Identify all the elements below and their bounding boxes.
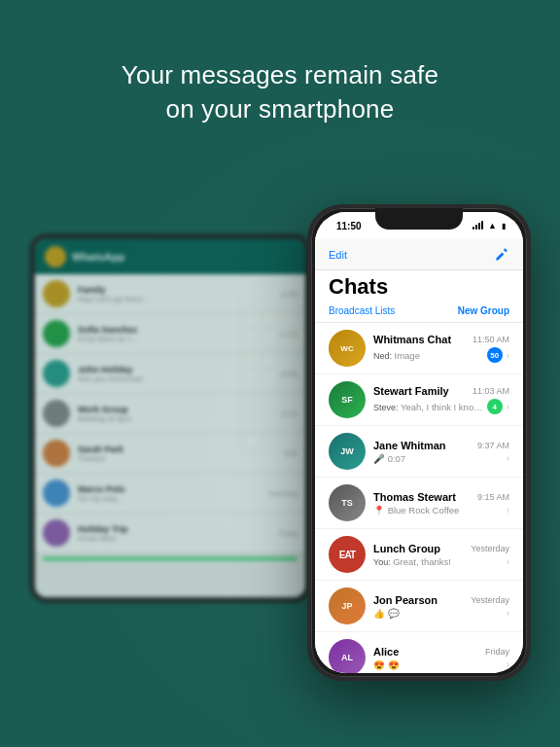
chat-time-pearson: Yesterday <box>471 595 509 605</box>
chat-list: WC Whitmans Chat 11:50 AM Ned: Image 50 … <box>315 323 523 673</box>
avatar-lunch: EAT <box>329 536 366 573</box>
chat-content-lunch: Lunch Group Yesterday You: Great, thanks… <box>373 543 509 567</box>
avatar-jane: JW <box>329 433 366 470</box>
tablet-row-3: Work Group Meeting at 3pm 10:12 <box>35 394 305 434</box>
chevron-alice: › <box>507 659 509 670</box>
chat-preview-stewart-family: Steve: Yeah, I think I know what you m..… <box>373 402 487 412</box>
status-icons: ▲ ▮ <box>472 221 506 231</box>
tablet-avatar-5 <box>43 480 70 507</box>
status-time: 11:50 <box>336 221 362 231</box>
chevron-stewart-family: › <box>507 402 509 412</box>
tablet-device: WhatsApp Family Hey! Let's go there... 1… <box>29 233 311 603</box>
phone-device: 11:50 ▲ ▮ Edit Chats Broadcast <box>307 204 531 681</box>
chats-nav: Edit <box>315 239 523 270</box>
tablet-avatar-6 <box>43 519 70 547</box>
compose-icon[interactable] <box>494 247 509 263</box>
chat-content-thomas: Thomas Stewart 9:15 AM 📍 Blue Rock Coffe… <box>373 491 509 516</box>
broadcast-lists-button[interactable]: Broadcast Lists <box>329 305 395 316</box>
tablet-row-0: Family Hey! Let's go there... 11:50 <box>35 274 305 314</box>
avatar-thomas: TS <box>329 484 366 521</box>
chat-content-whitmans: Whitmans Chat 11:50 AM Ned: Image 50 › <box>373 334 509 363</box>
phone-screen: 11:50 ▲ ▮ Edit Chats Broadcast <box>315 212 523 673</box>
chat-preview-thomas: 📍 Blue Rock Coffee <box>373 505 507 516</box>
tablet-row-4: Sarah Park Thanks! 9:30 <box>35 434 305 474</box>
chat-name-stewart-family: Stewart Family <box>373 385 449 397</box>
chat-item-jane[interactable]: JW Jane Whitman 9:37 AM 🎤 0:07 › <box>315 426 523 478</box>
chat-content-jane: Jane Whitman 9:37 AM 🎤 0:07 › <box>373 440 509 464</box>
avatar-pearson: JP <box>329 587 366 624</box>
tablet-row-2: John Holiday See you tomorrow! 10:45 <box>35 354 305 394</box>
chat-name-whitmans: Whitmans Chat <box>373 334 451 345</box>
headline-line2: on your smartphone <box>0 92 560 126</box>
chat-name-lunch: Lunch Group <box>373 543 440 554</box>
tablet-row-1: Sofia Sanchez I'll be there at 7... 11:2… <box>35 314 305 354</box>
tablet-avatar-3 <box>43 400 70 427</box>
tablet-avatar-2 <box>43 360 70 387</box>
chevron-whitmans: › <box>507 350 509 361</box>
headline-line1: Your messages remain safe <box>0 58 560 92</box>
chat-preview-alice: 😍 😍 <box>373 659 507 670</box>
headline: Your messages remain safe on your smartp… <box>0 58 560 126</box>
chat-time-thomas: 9:15 AM <box>477 492 509 502</box>
new-group-button[interactable]: New Group <box>458 305 509 316</box>
tablet-row-6: Holiday Trip Great idea! Friday <box>35 514 305 553</box>
chat-time-jane: 9:37 AM <box>477 441 509 450</box>
edit-button[interactable]: Edit <box>329 249 347 261</box>
chat-preview-pearson: 👍 💬 <box>373 608 507 619</box>
chevron-jane: › <box>507 453 509 464</box>
chat-item-alice[interactable]: AL Alice Friday 😍 😍 › <box>315 632 523 673</box>
chat-time-lunch: Yesterday <box>471 544 509 553</box>
tablet-header: WhatsApp <box>35 239 305 274</box>
chat-item-whitmans[interactable]: WC Whitmans Chat 11:50 AM Ned: Image 50 … <box>315 323 523 374</box>
tablet-avatar-0 <box>43 280 70 307</box>
badge-stewart-family: 4 <box>487 399 503 414</box>
chat-item-lunch[interactable]: EAT Lunch Group Yesterday You: Great, th… <box>315 529 523 581</box>
battery-icon: ▮ <box>502 222 506 231</box>
chat-preview-lunch: You: Great, thanks! <box>373 556 507 567</box>
chat-name-thomas: Thomas Stewart <box>373 491 456 503</box>
tablet-row-5: Marco Polo On my way... Yesterday <box>35 474 305 514</box>
chat-item-stewart-family[interactable]: SF Stewart Family 11:03 AM Steve: Yeah, … <box>315 374 523 426</box>
chat-time-alice: Friday <box>485 647 509 657</box>
chat-preview-whitmans: Ned: Image <box>373 350 487 361</box>
chat-content-pearson: Jon Pearson Yesterday 👍 💬 › <box>373 594 509 619</box>
chat-item-thomas[interactable]: TS Thomas Stewart 9:15 AM 📍 Blue Rock Co… <box>315 478 523 529</box>
chat-time-stewart-family: 11:03 AM <box>472 386 509 396</box>
chat-content-stewart-family: Stewart Family 11:03 AM Steve: Yeah, I t… <box>373 385 509 414</box>
chat-name-alice: Alice <box>373 646 399 658</box>
chevron-pearson: › <box>507 608 509 619</box>
chevron-thomas: › <box>507 505 509 516</box>
chat-time-whitmans: 11:50 AM <box>472 335 509 344</box>
wifi-icon: ▲ <box>488 221 497 231</box>
tablet-green-bar <box>43 557 298 560</box>
phone-notch <box>375 208 463 230</box>
badge-whitmans: 50 <box>487 347 503 363</box>
signal-icon <box>472 222 483 230</box>
tablet-header-title: WhatsApp <box>72 251 124 263</box>
tablet-avatar-1 <box>43 320 70 347</box>
chat-content-alice: Alice Friday 😍 😍 › <box>373 646 509 670</box>
chats-title: Chats <box>315 270 523 303</box>
avatar-stewart-family: SF <box>329 381 366 418</box>
avatar-alice: AL <box>329 639 366 673</box>
broadcast-bar: Broadcast Lists New Group <box>315 303 523 323</box>
chevron-lunch: › <box>507 556 509 567</box>
tablet-header-avatar <box>45 246 66 267</box>
chat-name-jane: Jane Whitman <box>373 440 446 451</box>
chat-item-pearson[interactable]: JP Jon Pearson Yesterday 👍 💬 › <box>315 581 523 632</box>
avatar-whitmans: WC <box>329 330 366 367</box>
chat-preview-jane: 🎤 0:07 <box>373 453 507 464</box>
tablet-avatar-4 <box>43 440 70 467</box>
chat-name-pearson: Jon Pearson <box>373 594 438 606</box>
